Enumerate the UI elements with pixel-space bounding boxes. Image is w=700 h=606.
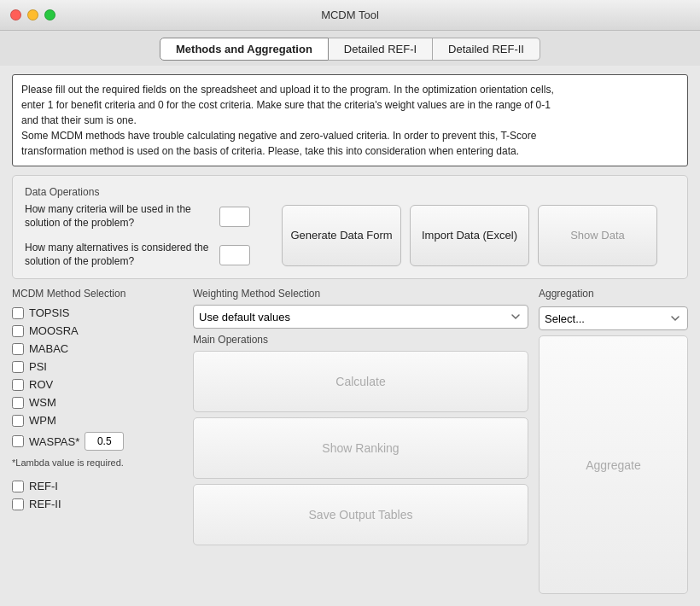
main-content: Please fill out the required fields on t… xyxy=(0,66,700,606)
question-1-text: How many criteria will be used in the so… xyxy=(25,203,213,230)
calculate-button[interactable]: Calculate xyxy=(193,351,528,412)
waspas-value-input[interactable] xyxy=(85,432,124,451)
checkbox-waspas[interactable] xyxy=(12,435,24,447)
weighting-dropdown[interactable]: Use default values AHP Entropy CRITIC SD xyxy=(193,305,528,329)
question-2-text: How many alternatives is considered the … xyxy=(25,242,213,268)
data-operations-panel: Data Operations How many criteria will b… xyxy=(12,175,688,279)
method-rov: ROV xyxy=(12,378,183,391)
info-line1: Please fill out the required fields on t… xyxy=(21,84,554,96)
tab-ref1[interactable]: Detailed REF-I xyxy=(329,38,433,61)
checkbox-moosra[interactable] xyxy=(12,325,24,337)
checkbox-rov[interactable] xyxy=(12,379,24,391)
close-button[interactable] xyxy=(10,9,21,20)
label-wsm: WSM xyxy=(29,396,56,409)
aggregation-panel: Aggregation Select... Aggregate xyxy=(539,288,688,594)
tab-bar: Methods and Aggregation Detailed REF-I D… xyxy=(0,31,700,66)
tab-ref2[interactable]: Detailed REF-II xyxy=(433,38,540,61)
label-refi: REF-I xyxy=(29,480,58,492)
bottom-section: MCDM Method Selection TOPSIS MOOSRA MABA… xyxy=(12,288,688,594)
info-line3: and that their sum is one. xyxy=(21,114,137,126)
info-box: Please fill out the required fields on t… xyxy=(12,74,688,166)
data-ops-inner: How many criteria will be used in the so… xyxy=(25,203,675,268)
mcdm-panel: MCDM Method Selection TOPSIS MOOSRA MABA… xyxy=(12,288,183,594)
weighting-label: Weighting Method Selection xyxy=(193,288,528,300)
checkbox-topsis[interactable] xyxy=(12,307,24,319)
show-data-button[interactable]: Show Data xyxy=(538,205,657,266)
method-refi: REF-I xyxy=(12,480,183,492)
checkbox-psi[interactable] xyxy=(12,361,24,373)
method-wpm: WPM xyxy=(12,414,183,427)
label-waspas: WASPAS* xyxy=(29,435,79,448)
data-ops-label: Data Operations xyxy=(25,186,675,198)
checkbox-refi[interactable] xyxy=(12,481,24,492)
label-wpm: WPM xyxy=(29,414,56,427)
method-topsis: TOPSIS xyxy=(12,306,183,319)
tab-methods[interactable]: Methods and Aggregation xyxy=(160,38,329,61)
checkbox-refii[interactable] xyxy=(12,498,24,510)
ref-section: REF-I REF-II xyxy=(12,480,183,510)
label-psi: PSI xyxy=(29,360,47,373)
method-wsm: WSM xyxy=(12,396,183,409)
criteria-questions: How many criteria will be used in the so… xyxy=(25,203,250,268)
method-mabac: MABAC xyxy=(12,342,183,355)
checkbox-wpm[interactable] xyxy=(12,415,24,427)
info-line5: transformation method is used on the bas… xyxy=(21,145,519,157)
main-ops-label: Main Operations xyxy=(193,334,528,346)
method-waspas: WASPAS* xyxy=(12,432,183,451)
maximize-button[interactable] xyxy=(44,9,55,20)
alternatives-count-input[interactable] xyxy=(219,245,250,265)
label-moosra: MOOSRA xyxy=(29,324,79,337)
window-title: MCDM Tool xyxy=(321,9,379,21)
question-row-1: How many criteria will be used in the so… xyxy=(25,203,250,230)
aggregation-dropdown[interactable]: Select... xyxy=(539,306,688,330)
window-controls xyxy=(10,9,55,20)
save-output-button[interactable]: Save Output Tables xyxy=(193,484,528,545)
lambda-note: *Lambda value is required. xyxy=(12,457,183,468)
title-bar: MCDM Tool xyxy=(0,0,700,31)
checkbox-wsm[interactable] xyxy=(12,397,24,409)
label-topsis: TOPSIS xyxy=(29,306,69,319)
weighting-section: Weighting Method Selection Use default v… xyxy=(193,288,528,329)
question-row-2: How many alternatives is considered the … xyxy=(25,242,250,268)
method-moosra: MOOSRA xyxy=(12,324,183,337)
mcdm-label: MCDM Method Selection xyxy=(12,288,183,300)
checkbox-mabac[interactable] xyxy=(12,343,24,355)
minimize-button[interactable] xyxy=(27,9,38,20)
import-data-button[interactable]: Import Data (Excel) xyxy=(410,205,529,266)
middle-panel: Weighting Method Selection Use default v… xyxy=(193,288,528,594)
method-psi: PSI xyxy=(12,360,183,373)
info-line2: enter 1 for benefit criteria and 0 for t… xyxy=(21,99,551,111)
label-refii: REF-II xyxy=(29,498,61,510)
info-line4: Some MCDM methods have trouble calculati… xyxy=(21,130,536,142)
generate-data-form-button[interactable]: Generate Data Form xyxy=(282,205,401,266)
method-refii: REF-II xyxy=(12,498,183,510)
aggregation-label: Aggregation xyxy=(539,288,688,300)
criteria-count-input[interactable] xyxy=(219,207,250,227)
aggregate-button[interactable]: Aggregate xyxy=(539,335,688,594)
label-rov: ROV xyxy=(29,378,53,391)
ops-buttons: Generate Data Form Import Data (Excel) S… xyxy=(264,205,675,266)
label-mabac: MABAC xyxy=(29,342,68,355)
show-ranking-button[interactable]: Show Ranking xyxy=(193,417,528,479)
